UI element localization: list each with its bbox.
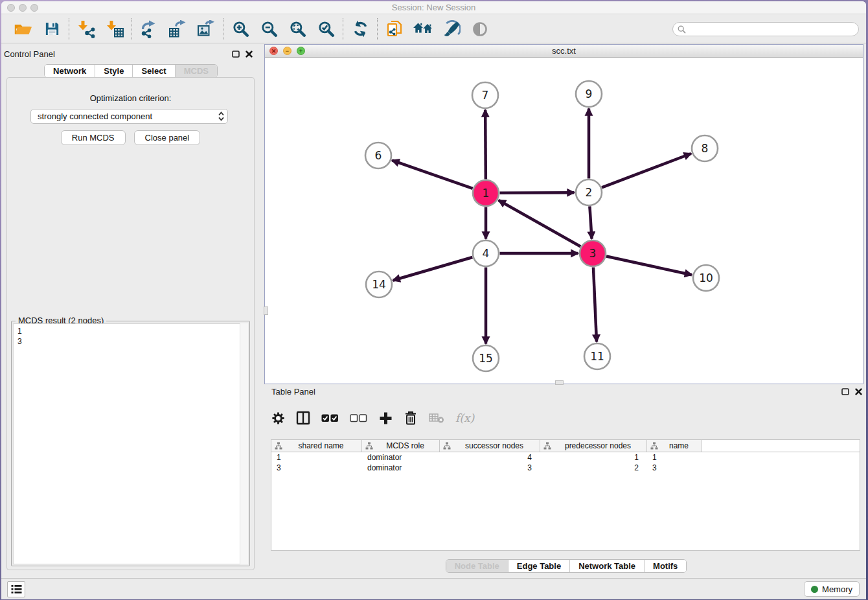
table-cell[interactable]: 2	[540, 463, 647, 473]
control-panel-title: Control Panel	[4, 49, 55, 59]
node-label-14: 14	[372, 278, 386, 291]
function-builder-label: f(x)	[455, 411, 474, 424]
node-label-1: 1	[483, 187, 490, 200]
table-row[interactable]: 1dominator411	[271, 452, 860, 463]
zoom-in-icon[interactable]	[230, 19, 251, 40]
result-scrollbar[interactable]	[240, 323, 248, 564]
zoom-fit-icon[interactable]	[287, 19, 308, 40]
edge-2-8[interactable]	[602, 154, 691, 187]
tab-select[interactable]: Select	[133, 65, 175, 77]
network-maximize-button[interactable]: +	[297, 47, 305, 55]
column-label: successor nodes	[456, 441, 523, 450]
edge-2-3[interactable]	[589, 206, 591, 238]
minimize-window-button[interactable]	[19, 4, 27, 12]
table-cell[interactable]: 3	[647, 463, 702, 473]
table-cell[interactable]: 1	[540, 452, 647, 463]
window-controls	[7, 4, 38, 12]
close-panel-button[interactable]: Close panel	[134, 130, 201, 145]
network-canvas[interactable]: 1234678910111415	[265, 58, 863, 384]
table-cell[interactable]: 3	[440, 463, 540, 473]
node-label-6: 6	[375, 149, 382, 162]
column-header-shared-name[interactable]: shared name	[271, 440, 362, 452]
table-tab-node-table[interactable]: Node Table	[446, 560, 508, 572]
edge-4-14[interactable]	[393, 257, 473, 281]
table-tab-network-table[interactable]: Network Table	[570, 560, 645, 572]
mcds-result-line: 3	[17, 336, 244, 347]
show-hide-icon[interactable]	[470, 19, 490, 40]
table-cell[interactable]: dominator	[362, 452, 440, 463]
import-network-icon[interactable]	[76, 19, 97, 40]
memory-button[interactable]: Memory	[804, 581, 860, 597]
node-table-body: 1dominator4113dominator323	[271, 452, 860, 473]
tab-mcds[interactable]: MCDS	[176, 65, 217, 77]
float-table-panel-icon[interactable]	[841, 388, 849, 395]
save-session-icon[interactable]	[41, 19, 62, 40]
tab-network[interactable]: Network	[45, 65, 95, 77]
network-window-controls: ✕ − +	[269, 47, 305, 55]
table-row[interactable]: 3dominator323	[271, 463, 860, 473]
table-cell[interactable]: 1	[271, 452, 362, 463]
edge-3-10[interactable]	[606, 257, 692, 275]
export-table-icon[interactable]	[167, 19, 188, 40]
delete-row-icon[interactable]	[404, 410, 418, 426]
attribute-icon	[365, 442, 373, 452]
toolbar-group	[69, 19, 131, 40]
network-minimize-button[interactable]: −	[283, 47, 291, 55]
table-cell[interactable]: 3	[271, 463, 362, 473]
control-panel-header: Control Panel	[4, 48, 258, 60]
mcds-panel: Optimization criterion: strongly connect…	[6, 77, 255, 570]
close-panel-icon[interactable]	[246, 51, 253, 58]
search-box[interactable]	[672, 22, 859, 36]
table-cell[interactable]: dominator	[362, 463, 440, 473]
apply-style-icon[interactable]	[441, 19, 462, 40]
edge-3-11[interactable]	[593, 267, 597, 341]
column-header-MCDS-role[interactable]: MCDS role	[362, 440, 440, 452]
network-close-button[interactable]: ✕	[269, 47, 278, 55]
panel-divider-grip[interactable]	[264, 306, 268, 315]
column-header-predecessor-nodes[interactable]: predecessor nodes	[540, 440, 647, 452]
table-tab-motifs[interactable]: Motifs	[645, 560, 686, 572]
close-table-panel-icon[interactable]	[855, 388, 862, 395]
dropdown-stepper-icon	[218, 111, 224, 121]
first-neighbors-icon[interactable]	[413, 19, 433, 40]
open-session-icon[interactable]	[13, 19, 34, 40]
column-header-successor-nodes[interactable]: successor nodes	[440, 440, 540, 452]
node-label-7: 7	[482, 89, 489, 102]
tab-style[interactable]: Style	[95, 65, 133, 77]
attribute-icon	[443, 442, 451, 452]
node-label-4: 4	[483, 247, 490, 260]
export-image-icon[interactable]	[196, 19, 216, 40]
table-tab-edge-table[interactable]: Edge Table	[508, 560, 570, 572]
table-cell[interactable]: 1	[647, 452, 702, 463]
application-window: Session: New Session Control Panel Netwo…	[1, 1, 866, 599]
add-row-icon[interactable]	[378, 410, 393, 426]
zoom-out-icon[interactable]	[258, 19, 279, 40]
run-mcds-button[interactable]: Run MCDS	[61, 130, 126, 145]
refresh-icon[interactable]	[350, 19, 371, 40]
settings-icon[interactable]	[271, 410, 285, 426]
split-view-icon[interactable]	[296, 410, 310, 426]
import-table-icon[interactable]	[104, 19, 125, 40]
close-window-button[interactable]	[7, 4, 15, 12]
export-network-icon[interactable]	[139, 19, 159, 40]
float-panel-icon[interactable]	[232, 51, 240, 58]
node-label-9: 9	[586, 87, 593, 100]
table-cell[interactable]: 4	[440, 452, 540, 463]
edge-1-6[interactable]	[392, 160, 472, 188]
task-history-button[interactable]	[7, 581, 25, 597]
mcds-result-list[interactable]: 13	[13, 323, 248, 564]
edge-1-2[interactable]	[499, 192, 574, 193]
search-input[interactable]	[689, 23, 858, 35]
duplicate-network-icon[interactable]	[384, 19, 405, 40]
node-label-11: 11	[590, 350, 604, 363]
table-panel-tabs: Node TableEdge TableNetwork TableMotifs	[446, 559, 687, 573]
select-all-icon[interactable]	[321, 410, 339, 426]
zoom-window-button[interactable]	[30, 4, 38, 12]
column-header-name[interactable]: name	[647, 440, 702, 452]
edge-1-7[interactable]	[485, 110, 486, 179]
deselect-all-icon[interactable]	[350, 410, 367, 426]
edge-3-1[interactable]	[499, 200, 581, 246]
zoom-selected-icon[interactable]	[315, 19, 336, 40]
bottom-divider-grip[interactable]	[555, 380, 564, 385]
optimization-criterion-dropdown[interactable]: strongly connected component	[30, 109, 228, 124]
